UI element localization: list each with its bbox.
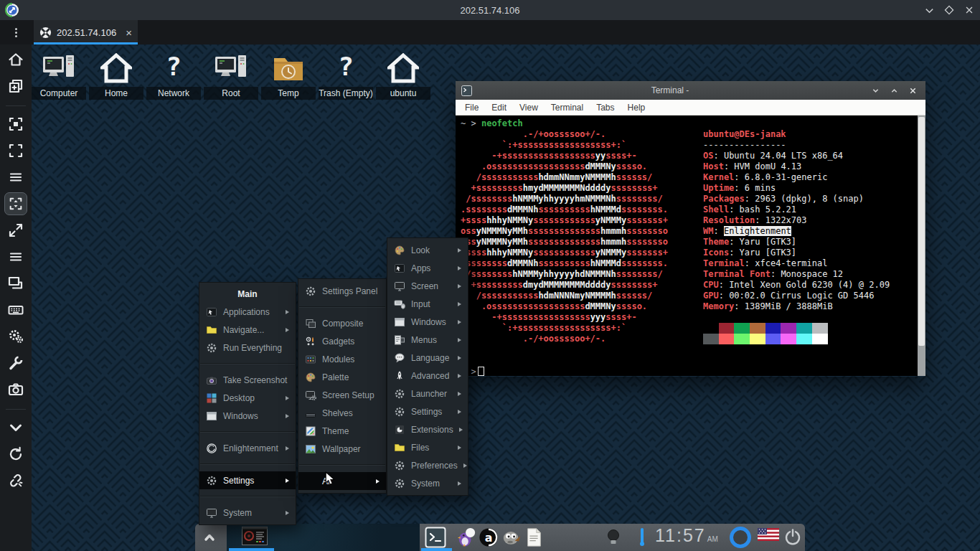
- menu-item-composite[interactable]: Composite: [298, 314, 386, 332]
- menu-item-take-screenshot[interactable]: Take Screenshot: [199, 371, 296, 389]
- keyboard-layout-flag-icon[interactable]: [758, 527, 779, 547]
- power-button-icon[interactable]: [783, 528, 802, 547]
- launcher-pidgin-icon[interactable]: [456, 527, 476, 547]
- menu-item-extensions[interactable]: Extensions: [387, 420, 468, 438]
- desktop-icon-temp[interactable]: Temp: [261, 52, 316, 100]
- neofetch-info-row: CPU: Intel Xeon Gold 6230 (4) @ 2.09: [703, 280, 890, 291]
- terminal-menu-edit[interactable]: Edit: [485, 103, 513, 113]
- bulb-gadget-icon[interactable]: [606, 527, 621, 547]
- toolbar-button-menu[interactable]: [7, 169, 24, 186]
- menu-item-label: Menus: [411, 335, 452, 345]
- launcher-gimp-icon[interactable]: [501, 527, 522, 547]
- e-logo-icon: [206, 443, 217, 454]
- terminal-menu-tabs[interactable]: Tabs: [590, 103, 621, 113]
- main-menu: Main ApplicationsNavigate...Run Everythi…: [199, 282, 296, 525]
- menu-item-apps[interactable]: Apps: [387, 259, 468, 277]
- terminal-menu-file[interactable]: File: [458, 103, 485, 113]
- menu-item-navigate-[interactable]: Navigate...: [199, 321, 296, 339]
- viewer-maximize-icon[interactable]: [943, 4, 956, 17]
- menu-item-windows[interactable]: Windows: [199, 407, 296, 425]
- menu-item-all[interactable]: All: [298, 472, 386, 490]
- terminal-menu-help[interactable]: Help: [621, 103, 652, 113]
- terminal-window[interactable]: Terminal - FileEditViewTerminalTabsHelp …: [456, 81, 925, 377]
- toolbar-button-focus[interactable]: [7, 116, 24, 133]
- shelf-autohide-arrow-icon[interactable]: [201, 529, 218, 546]
- toolbar-button-gears[interactable]: [7, 328, 24, 345]
- toolbar-button-refresh[interactable]: [7, 446, 24, 463]
- toolbar-button-add-window[interactable]: [7, 77, 24, 95]
- neofetch-info-row: OS: Ubuntu 24.04 LTS x86_64: [703, 151, 890, 161]
- thermometer-gadget-icon[interactable]: [639, 527, 646, 547]
- menu-item-windows[interactable]: Windows: [387, 313, 468, 331]
- menu-item-settings[interactable]: Settings: [387, 402, 468, 420]
- ring-gadget-icon[interactable]: [729, 526, 752, 549]
- submenu-arrow-icon: [458, 320, 461, 324]
- menu-item-launcher[interactable]: Launcher: [387, 385, 468, 402]
- menu-item-gadgets[interactable]: Gadgets: [298, 332, 386, 350]
- desktop-icon-root[interactable]: Root: [204, 52, 258, 100]
- terminal-window-title: Terminal -: [476, 85, 864, 95]
- desktop-icon-home[interactable]: Home: [89, 52, 143, 100]
- menu-item-palette[interactable]: Palette: [298, 368, 386, 386]
- toolbar-button-keyboard[interactable]: [7, 301, 24, 319]
- gears-icon: [7, 328, 24, 345]
- connection-tab[interactable]: 202.51.74.106 ×: [34, 20, 138, 44]
- desktop-icon-row: ComputerHome?NetworkRootTemp?Trash (Empt…: [32, 52, 433, 100]
- terminal-maximize-icon[interactable]: [887, 84, 901, 97]
- menu-item-settings[interactable]: Settings: [199, 471, 296, 489]
- menu-item-shelves[interactable]: Shelves: [298, 404, 386, 422]
- menu-item-system[interactable]: System: [199, 504, 296, 522]
- menu-item-enlightenment[interactable]: Enlightenment: [199, 439, 296, 457]
- menu-item-run-everything[interactable]: Run Everything: [199, 339, 296, 357]
- menu-separator: [200, 496, 295, 497]
- menu-item-input[interactable]: Input: [387, 295, 468, 313]
- desktop-icon-ubuntu[interactable]: ubuntu: [376, 52, 430, 100]
- menu-item-screen-setup[interactable]: Screen Setup: [298, 386, 386, 404]
- menu-item-language[interactable]: Language: [387, 349, 468, 367]
- viewer-minimize-icon[interactable]: [923, 4, 936, 17]
- desktop-icon-computer[interactable]: Computer: [32, 52, 86, 100]
- toolbar-button-screenshot[interactable]: [7, 381, 24, 398]
- menu-item-system[interactable]: System: [387, 474, 468, 492]
- menu-item-look[interactable]: Look: [387, 241, 468, 259]
- terminal-menu-terminal[interactable]: Terminal: [545, 103, 590, 113]
- gear-icon: [206, 342, 217, 354]
- menu-item-screen[interactable]: Screen: [387, 277, 468, 295]
- toolbar-button-disconnect[interactable]: [7, 472, 24, 489]
- clock-gadget[interactable]: 11:57AM: [655, 525, 718, 546]
- tab-close-icon[interactable]: ×: [126, 27, 132, 38]
- menu-item-desktop[interactable]: Desktop: [199, 389, 296, 407]
- terminal-menu-view[interactable]: View: [513, 103, 545, 113]
- toolbar-button-wrench[interactable]: [7, 354, 24, 372]
- menu-item-applications[interactable]: Applications: [199, 303, 296, 321]
- terminal-minimize-icon[interactable]: [868, 84, 882, 97]
- toolbar-button-home[interactable]: [7, 51, 24, 68]
- terminal-close-icon[interactable]: [905, 84, 920, 97]
- toolbar-button-expand[interactable]: [7, 222, 24, 239]
- menu-item-files[interactable]: Files: [387, 438, 468, 456]
- viewer-close-icon[interactable]: [963, 4, 976, 17]
- terminal-titlebar[interactable]: Terminal -: [456, 81, 925, 100]
- launcher-terminal-app-icon[interactable]: [423, 527, 448, 548]
- menu-item-preferences[interactable]: Preferences: [387, 456, 468, 474]
- toolbar-button-menu[interactable]: [7, 248, 24, 265]
- shelf-taskbar: [227, 524, 420, 551]
- toolbar-button-fullscreen[interactable]: [7, 142, 24, 159]
- menu-item-menus[interactable]: Menus: [387, 331, 468, 349]
- task-terminal-thumbnail[interactable]: [242, 527, 268, 545]
- launcher-a-badge-icon[interactable]: a: [479, 527, 499, 547]
- menu-item-theme[interactable]: Theme: [298, 422, 386, 440]
- kebab-menu-icon[interactable]: [11, 25, 21, 39]
- menu-item-label: Screen: [411, 281, 452, 291]
- menu-item-wallpaper[interactable]: Wallpaper: [298, 440, 386, 458]
- desktop-icon-trash-empty-[interactable]: ?Trash (Empty): [319, 52, 373, 100]
- terminal-scrollbar[interactable]: [918, 116, 925, 376]
- menu-item-advanced[interactable]: Advanced: [387, 367, 468, 385]
- menu-item-modules[interactable]: Modules: [298, 350, 386, 368]
- launcher-document-icon[interactable]: [524, 527, 544, 547]
- toolbar-button-chevron-down[interactable]: [7, 419, 24, 436]
- menu-item-settings-panel[interactable]: Settings Panel: [298, 282, 386, 300]
- desktop-icon-network[interactable]: ?Network: [146, 52, 201, 100]
- toolbar-button-selected-fit-vertical[interactable]: [4, 192, 27, 215]
- toolbar-button-monitors[interactable]: [7, 275, 24, 292]
